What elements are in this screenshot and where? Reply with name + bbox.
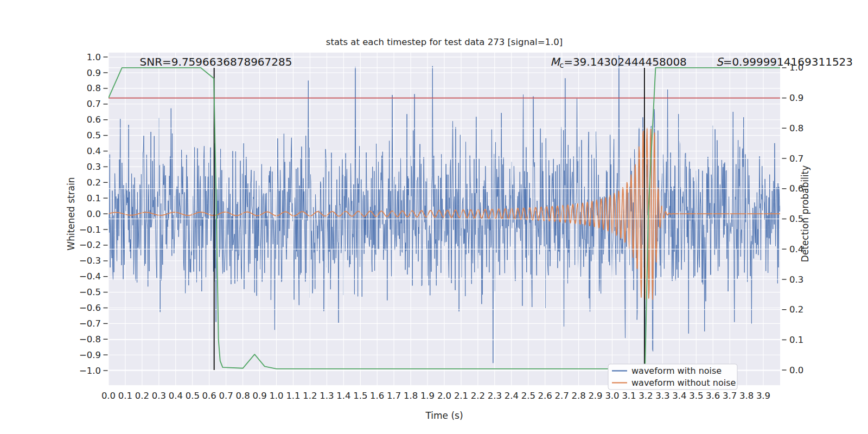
chart-svg: 0.00.10.20.30.40.50.60.70.80.91.01.11.21… (0, 0, 868, 434)
x-tick-label: 1.9 (420, 391, 435, 401)
left-tick-label: −0.1 (79, 225, 101, 235)
x-tick-label: 0.6 (202, 391, 216, 401)
left-tick-label: −0.8 (79, 334, 101, 344)
x-tick-label: 2.6 (538, 391, 552, 401)
legend: waveform with noise waveform without noi… (608, 364, 737, 390)
annotation-part: c (559, 61, 564, 69)
x-tick-label: 2.8 (571, 391, 585, 401)
x-tick-label: 2.1 (454, 391, 468, 401)
x-tick-label: 0.3 (152, 391, 166, 401)
x-tick-label: 1.1 (286, 391, 300, 401)
right-tick-label: 0.2 (789, 304, 803, 315)
chart-title: stats at each timestep for test data 273… (326, 37, 563, 47)
x-tick-label: 0.1 (118, 391, 132, 401)
right-tick-label: 0.1 (789, 335, 803, 345)
x-tick-label: 2.4 (505, 391, 519, 401)
x-tick-label: 1.2 (303, 391, 317, 401)
right-tick-label: 0.3 (789, 275, 803, 285)
left-tick-label: −0.6 (79, 303, 101, 313)
figure: 0.00.10.20.30.40.50.60.70.80.91.01.11.21… (0, 0, 868, 434)
left-tick-label: −0.4 (79, 271, 101, 282)
x-tick-label: 0.2 (135, 391, 149, 401)
x-axis-label: Time (s) (425, 410, 463, 421)
x-tick-label: 3.1 (622, 391, 636, 401)
right-tick-label: 0.7 (789, 154, 803, 164)
left-tick-label: 0.2 (87, 177, 101, 188)
x-tick-label: 2.9 (588, 391, 602, 401)
right-tick-label: 0.9 (789, 93, 803, 103)
left-axis-label: Whitened strain (66, 177, 76, 250)
right-axis-label: Detection probability (800, 165, 810, 263)
x-tick-label: 3.9 (756, 391, 770, 401)
x-tick-label: 0.8 (235, 391, 250, 401)
left-tick-label: 0.8 (87, 83, 101, 93)
annotation-mc: Mc=39.14302444458008 (550, 55, 687, 69)
left-tick-label: −0.3 (79, 256, 101, 266)
x-tick-label: 3.7 (723, 391, 737, 401)
x-tick-label: 0.0 (101, 391, 116, 401)
left-tick-label: 0.5 (87, 130, 101, 141)
x-tick-label: 3.2 (639, 391, 653, 401)
x-tick-label: 1.4 (336, 391, 350, 401)
x-tick-label: 3.3 (655, 391, 669, 401)
right-tick-label: 0.0 (789, 365, 803, 375)
grid-over-layer (108, 53, 780, 385)
annotation-s: S=0.9999914169311523 (716, 55, 853, 68)
x-tick-label: 1.8 (404, 391, 418, 401)
left-tick-label: −0.5 (79, 287, 101, 297)
x-tick-label: 0.4 (169, 391, 183, 401)
x-tick-label: 0.5 (186, 391, 200, 401)
left-tick-label: −0.9 (79, 350, 101, 360)
annotation-part: SNR=9.7596636878967285 (140, 55, 292, 68)
x-tick-label: 3.5 (689, 391, 703, 401)
annotation-part: =0.9999914169311523 (723, 55, 853, 68)
x-tick-label: 3.6 (706, 391, 720, 401)
x-tick-label: 1.0 (269, 391, 283, 401)
left-tick-label: 0.3 (87, 162, 101, 172)
x-tick-label: 1.7 (387, 391, 401, 401)
left-tick-label: −0.7 (79, 318, 101, 329)
left-tick-label: −1.0 (79, 366, 101, 376)
left-tick-label: 0.9 (87, 68, 101, 78)
left-tick-label: 0.6 (87, 114, 101, 125)
x-tick-label: 3.8 (739, 391, 754, 401)
annotation-part: =39.14302444458008 (564, 55, 687, 68)
x-tick-label: 2.2 (471, 391, 485, 401)
left-tick-label: 0.4 (87, 146, 101, 156)
annotation-snr: SNR=9.7596636878967285 (140, 55, 292, 68)
x-tick-label: 1.5 (353, 391, 367, 401)
legend-label-noise-wave: waveform with noise (631, 366, 722, 376)
x-tick-label: 2.0 (437, 391, 451, 401)
x-tick-label: 2.3 (488, 391, 502, 401)
right-tick-label: 0.8 (789, 123, 803, 133)
x-tick-label: 1.3 (320, 391, 334, 401)
legend-label-clean-wave: waveform without noise (631, 378, 736, 388)
x-tick-label: 2.7 (555, 391, 569, 401)
left-tick-label: 0.0 (87, 209, 101, 219)
x-tick-label: 0.9 (252, 391, 266, 401)
left-tick-label: 1.0 (87, 52, 101, 62)
left-tick-label: 0.7 (87, 99, 101, 109)
left-tick-label: 0.1 (87, 193, 101, 203)
x-tick-label: 0.7 (219, 391, 233, 401)
x-tick-label: 3.0 (605, 391, 619, 401)
left-tick-label: −0.2 (79, 240, 101, 250)
x-tick-label: 2.5 (521, 391, 535, 401)
x-tick-label: 1.6 (370, 391, 384, 401)
x-tick-label: 3.4 (672, 391, 686, 401)
annotation-part: M (550, 55, 560, 68)
